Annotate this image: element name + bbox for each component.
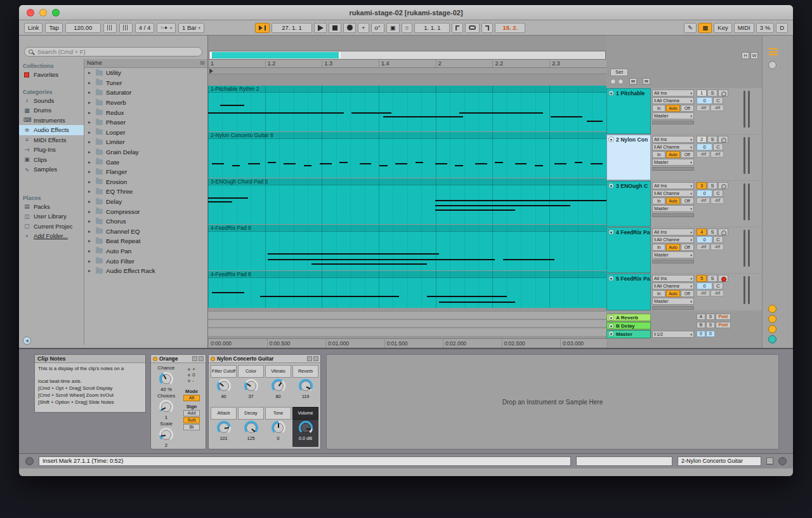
parameter-knob[interactable] [159, 400, 173, 414]
computer-midi-keyboard-toggle[interactable]: ▦ [698, 23, 712, 33]
peak-level-left[interactable]: -inf [697, 197, 710, 204]
track-options-toggle[interactable] [768, 335, 776, 343]
key-map-button[interactable]: Key [714, 23, 731, 33]
track-name[interactable]: ▾ 4 FeedRix Pa [606, 227, 651, 273]
list-item[interactable]: ▸ Beat Repeat [84, 236, 207, 246]
track-lane[interactable]: 3-ENOugh Chord Pad 5 [208, 178, 606, 224]
macro-knob[interactable] [244, 379, 258, 393]
arm-button[interactable] [718, 90, 728, 96]
macro-label[interactable]: Volume [292, 407, 318, 420]
peak-level-right[interactable]: -inf [710, 290, 724, 296]
expand-arrow-icon[interactable]: ▸ [88, 70, 93, 76]
list-item[interactable]: ▸ Chorus [84, 216, 207, 227]
parameter-value[interactable]: 40 % [160, 387, 172, 392]
monitor-off-button[interactable]: Off [681, 105, 694, 112]
window-titlebar[interactable]: rukami-stage-02 [rukami-stage-02] [19, 5, 793, 20]
arm-button[interactable] [718, 136, 728, 143]
monitor-in-button[interactable]: In [652, 197, 665, 204]
mode-value-button[interactable]: Alt [183, 395, 200, 401]
expand-arrow-icon[interactable]: ▸ [88, 189, 93, 194]
clip-notes-display[interactable] [208, 93, 606, 131]
track-name[interactable]: ▾ 5 FeedRix Pa [606, 274, 651, 310]
volume-field[interactable]: 0 [697, 236, 712, 243]
peak-level-right[interactable]: -inf [710, 244, 724, 250]
track-activator[interactable]: 4 [697, 229, 707, 236]
next-locator-button[interactable] [618, 79, 624, 84]
expand-arrow-icon[interactable]: ▸ [88, 258, 93, 264]
pan-field[interactable]: C [713, 236, 723, 243]
time-ruler[interactable]: 0:00.0000:00.5000:01.0000:01.5000:02.000… [208, 338, 606, 347]
macro-knob[interactable] [244, 421, 258, 435]
track-lane[interactable]: 4-FeedRix Pad 8 [208, 271, 606, 308]
save-preset-icon[interactable] [199, 356, 204, 361]
monitor-auto-button[interactable]: Auto [666, 151, 679, 158]
pan-field[interactable]: C [713, 97, 723, 104]
track-fold-icon[interactable]: ▾ [608, 323, 614, 329]
clip-notes-display[interactable] [208, 140, 606, 178]
macro-knob[interactable] [299, 379, 313, 393]
monitor-off-button[interactable]: Off [681, 244, 694, 251]
track-fold-icon[interactable]: ▾ [608, 331, 614, 336]
status-left-icon[interactable] [25, 457, 34, 465]
monitor-in-button[interactable]: In [652, 290, 665, 297]
device-title-bar[interactable]: Orange [151, 355, 206, 363]
volume-field[interactable]: 0 [697, 97, 712, 104]
track-lane[interactable]: 1-Pitchable Rythm 2 [208, 86, 606, 131]
scrub-area[interactable] [208, 68, 606, 74]
input-type-chooser[interactable]: All Ins▾ [652, 90, 694, 96]
minimize-button[interactable] [39, 9, 47, 17]
list-item[interactable]: ▸ Compressor [84, 206, 207, 216]
draw-mode-button[interactable]: ✎ [684, 23, 697, 33]
output-chooser[interactable]: Master▾ [652, 159, 694, 166]
solo-button[interactable]: S [706, 314, 715, 320]
clip[interactable]: 4-FeedRix Pad 8 [208, 225, 606, 270]
macro-label[interactable]: Reverb [292, 365, 318, 378]
sidebar-item[interactable]: ▦ Drums [19, 105, 84, 116]
input-channel-chooser[interactable]: ‖All Channe▾ [652, 190, 694, 197]
monitor-in-button[interactable]: In [652, 105, 665, 112]
input-type-chooser[interactable]: All Ins▾ [652, 182, 694, 189]
clip-title[interactable]: 4-FeedRix Pad 8 [208, 271, 606, 278]
optimize-width-button[interactable]: W [750, 52, 758, 59]
grid-icon[interactable] [766, 458, 773, 465]
list-item[interactable]: ▸ Flanger [84, 167, 207, 177]
input-type-chooser[interactable]: All Ins▾ [652, 275, 694, 282]
play-button[interactable] [314, 23, 327, 33]
expand-arrow-icon[interactable]: ▸ [88, 199, 93, 204]
expand-arrow-icon[interactable]: ▸ [88, 179, 93, 185]
punch-in-button[interactable] [452, 23, 463, 33]
list-item[interactable]: ▸ Audio Effect Rack [84, 266, 207, 276]
input-channel-chooser[interactable]: ‖All Channe▾ [652, 282, 694, 289]
expand-arrow-icon[interactable]: ▸ [88, 139, 93, 145]
optimize-height-button[interactable]: H [742, 52, 749, 59]
dot-icon[interactable] [188, 380, 190, 382]
macro-label[interactable]: Tone [265, 407, 291, 420]
list-item[interactable]: ▸ Gate [84, 157, 207, 167]
macro-knob[interactable] [272, 379, 285, 393]
track-lane[interactable]: 4-FeedRix Pad 8 [208, 225, 606, 270]
list-item[interactable]: ▸ Grain Delay [84, 147, 207, 157]
macro-knob[interactable] [272, 421, 285, 435]
peak-level-right[interactable]: -inf [710, 105, 724, 111]
track-fold-icon[interactable]: ▾ [608, 229, 614, 235]
automation-arm-button[interactable]: ▣ [386, 23, 400, 33]
pre-post-toggle[interactable]: Post [716, 314, 731, 320]
lock-envelopes-icon[interactable] [643, 78, 650, 84]
expand-arrow-icon[interactable]: ▸ [88, 209, 93, 215]
track-lane[interactable]: 2-Nylon Concerto Guitar 8 [208, 132, 606, 178]
macro-value[interactable]: 119 [302, 394, 310, 399]
clip[interactable]: 2-Nylon Concerto Guitar 8 [208, 132, 606, 178]
solo-button[interactable]: S [707, 182, 717, 189]
prev-locator-button[interactable] [610, 79, 616, 84]
output-chooser[interactable]: Master▾ [652, 298, 694, 305]
close-button[interactable] [27, 9, 34, 17]
expand-arrow-icon[interactable]: ▸ [88, 80, 93, 86]
sign-option-button[interactable]: Bi [183, 424, 200, 430]
list-item[interactable]: ▸ Tuner [84, 78, 207, 88]
track-fold-icon[interactable]: ▾ [608, 315, 614, 321]
clip[interactable]: 1-Pitchable Rythm 2 [208, 86, 606, 131]
macro-label[interactable]: Attack [211, 407, 237, 420]
overview-zoom-window[interactable] [210, 52, 341, 58]
input-type-chooser[interactable]: All Ins▾ [652, 229, 694, 236]
macro-value[interactable]: 0.0 dB [299, 435, 312, 441]
